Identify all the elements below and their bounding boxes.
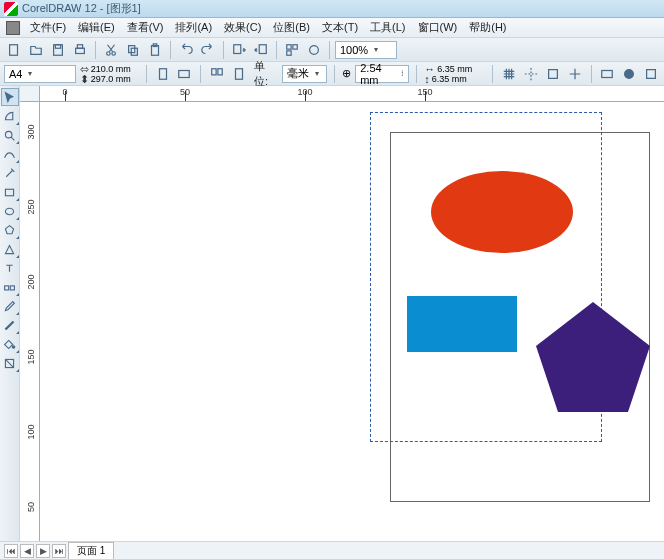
svg-rect-3 (76, 48, 85, 53)
separator (416, 65, 417, 83)
svg-point-16 (310, 45, 319, 54)
snap-to-grid-button[interactable] (500, 64, 518, 84)
nudge-input[interactable]: 2.54 mm ⁞ (355, 65, 409, 83)
title-bar: CorelDRAW 12 - [图形1] (0, 0, 664, 18)
paste-button[interactable] (145, 40, 165, 60)
separator (223, 41, 224, 59)
ruler-label: 150 (26, 349, 36, 364)
redo-button[interactable] (198, 40, 218, 60)
first-page-button[interactable]: ⏮ (4, 544, 18, 558)
treat-as-filled-button[interactable] (620, 64, 638, 84)
svg-rect-29 (10, 285, 14, 289)
unit-combo[interactable]: 毫米 ▾ (282, 65, 327, 83)
zoom-combo[interactable]: 100% ▾ (335, 41, 397, 59)
dropdown-arrow-icon: ▾ (374, 45, 378, 54)
interactive-blend-tool[interactable] (1, 278, 19, 296)
page-dimensions[interactable]: ⬄ ⬍ (80, 64, 139, 84)
rectangle-tool[interactable] (1, 183, 19, 201)
outline-tool[interactable] (1, 316, 19, 334)
print-button[interactable] (70, 40, 90, 60)
new-button[interactable] (4, 40, 24, 60)
menu-tools[interactable]: 工具(L) (364, 18, 411, 37)
zoom-tool[interactable] (1, 126, 19, 144)
corel-online-button[interactable] (304, 40, 324, 60)
ellipse-shape[interactable] (431, 171, 573, 253)
svg-rect-12 (259, 44, 266, 53)
snap-to-guidelines-button[interactable] (522, 64, 540, 84)
drawing-viewport[interactable] (40, 102, 664, 541)
basic-shapes-tool[interactable] (1, 240, 19, 258)
dropdown-arrow-icon: ▾ (28, 69, 32, 78)
svg-rect-11 (234, 44, 241, 53)
options-button[interactable] (598, 64, 616, 84)
separator (170, 41, 171, 59)
svg-rect-4 (77, 44, 82, 48)
system-menu-icon[interactable] (6, 21, 20, 35)
vertical-ruler[interactable]: 300 250 200 150 100 50 (20, 102, 40, 541)
paper-size-combo[interactable]: A4 ▾ (4, 65, 76, 83)
shape-tool[interactable] (1, 107, 19, 125)
last-page-button[interactable]: ⏭ (52, 544, 66, 558)
all-pages-button[interactable] (208, 64, 226, 84)
menu-effects[interactable]: 效果(C) (218, 18, 267, 37)
separator (334, 65, 335, 83)
page-width-input[interactable] (91, 64, 139, 73)
open-button[interactable] (26, 40, 46, 60)
ruler-origin[interactable] (20, 86, 40, 102)
snap-to-objects-button[interactable] (544, 64, 562, 84)
pick-tool[interactable] (1, 88, 19, 106)
separator (276, 41, 277, 59)
undo-button[interactable] (176, 40, 196, 60)
smart-draw-tool[interactable] (1, 164, 19, 182)
pentagon-shape[interactable] (533, 302, 653, 412)
page-tab[interactable]: 页面 1 (68, 542, 114, 560)
menu-bitmap[interactable]: 位图(B) (267, 18, 316, 37)
rectangle-shape[interactable] (407, 296, 517, 352)
portrait-button[interactable] (154, 64, 172, 84)
cut-button[interactable] (101, 40, 121, 60)
save-button[interactable] (48, 40, 68, 60)
app-launcher-button[interactable] (282, 40, 302, 60)
svg-point-30 (12, 345, 14, 347)
menu-window[interactable]: 窗口(W) (412, 18, 464, 37)
svg-marker-32 (536, 302, 650, 412)
current-page-button[interactable] (230, 64, 248, 84)
svg-rect-15 (287, 50, 291, 54)
interactive-fill-tool[interactable] (1, 354, 19, 372)
svg-rect-17 (159, 68, 166, 79)
polygon-tool[interactable] (1, 221, 19, 239)
svg-rect-28 (5, 285, 9, 289)
menu-arrange[interactable]: 排列(A) (169, 18, 218, 37)
standard-toolbar: 100% ▾ (0, 38, 664, 62)
copy-button[interactable] (123, 40, 143, 60)
menu-help[interactable]: 帮助(H) (463, 18, 512, 37)
export-button[interactable] (251, 40, 271, 60)
dup-y-input[interactable] (432, 74, 480, 83)
dup-y-icon: ↕ (424, 74, 430, 84)
width-icon: ⬄ (80, 64, 89, 74)
landscape-button[interactable] (175, 64, 193, 84)
dup-x-input[interactable] (437, 64, 485, 73)
menu-view[interactable]: 查看(V) (121, 18, 170, 37)
next-page-button[interactable]: ▶ (36, 544, 50, 558)
menu-file[interactable]: 文件(F) (24, 18, 72, 37)
text-tool[interactable] (1, 259, 19, 277)
menu-text[interactable]: 文本(T) (316, 18, 364, 37)
menu-edit[interactable]: 编辑(E) (72, 18, 121, 37)
duplicate-offset[interactable]: ↔ ↕ (424, 64, 485, 84)
draw-complex-button[interactable] (642, 64, 660, 84)
separator (591, 65, 592, 83)
svg-rect-21 (236, 68, 243, 79)
page-navigator: ⏮ ◀ ▶ ⏭ 页面 1 (0, 541, 664, 559)
dynamic-guides-button[interactable] (566, 64, 584, 84)
horizontal-ruler[interactable]: 0 50 100 150 (40, 86, 664, 102)
page-height-input[interactable] (91, 74, 139, 83)
fill-tool[interactable] (1, 335, 19, 353)
svg-rect-26 (5, 189, 13, 196)
ellipse-tool[interactable] (1, 202, 19, 220)
prev-page-button[interactable]: ◀ (20, 544, 34, 558)
unit-label: 单位: (252, 59, 278, 89)
eyedropper-tool[interactable] (1, 297, 19, 315)
import-button[interactable] (229, 40, 249, 60)
freehand-tool[interactable] (1, 145, 19, 163)
